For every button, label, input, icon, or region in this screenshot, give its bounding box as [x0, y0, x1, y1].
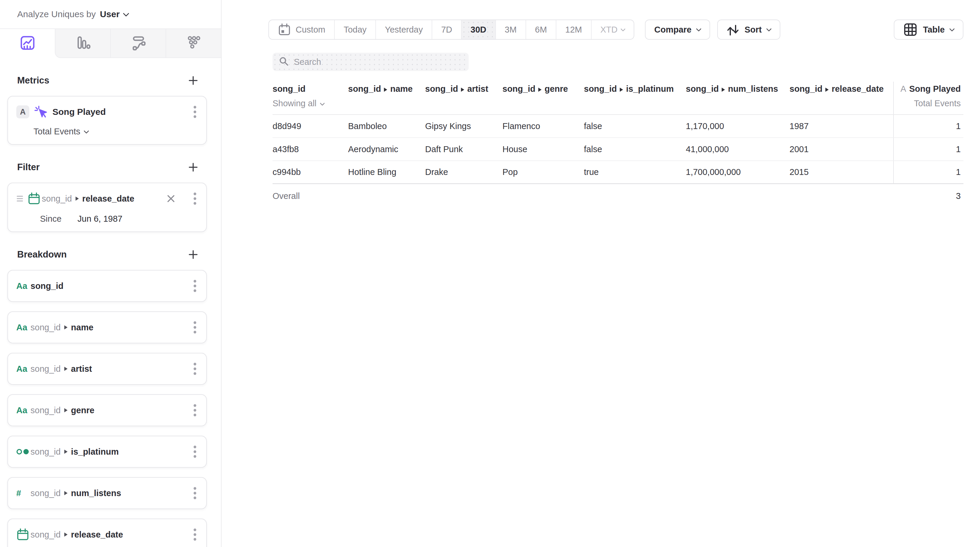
breakdown-item-release-date[interactable]: song_id release_date by Year — [7, 518, 207, 547]
column-header-name[interactable]: song_idname — [348, 82, 425, 114]
tab-flows[interactable] — [110, 29, 165, 58]
search-icon — [279, 57, 288, 67]
arrow-right-icon — [64, 533, 68, 537]
date-property-icon — [16, 528, 30, 541]
analyze-header: Analyze Uniques by User — [0, 0, 221, 29]
insights-report-app: Analyze Uniques by User Metrics — [0, 0, 980, 547]
tab-insights[interactable] — [0, 29, 55, 58]
sort-button[interactable]: Sort — [717, 19, 780, 40]
filter-card[interactable]: song_id release_date Since Jun 6, 1987 — [7, 182, 207, 232]
breakdown-kebab-menu[interactable] — [192, 361, 198, 376]
cell-is-platinum: false — [584, 115, 686, 137]
add-metric-button[interactable] — [187, 75, 199, 86]
arrow-right-icon — [64, 408, 68, 412]
chevron-down-icon — [949, 26, 955, 32]
calendar-icon — [278, 23, 291, 36]
remove-filter-button[interactable] — [167, 194, 175, 203]
cell-genre: Flamenco — [503, 115, 584, 137]
analyze-entity-dropdown[interactable]: User — [100, 9, 128, 19]
filter-value[interactable]: Jun 6, 1987 — [78, 214, 123, 224]
analyze-label: Analyze Uniques by — [17, 9, 96, 19]
column-header-artist[interactable]: song_idartist — [425, 82, 503, 114]
tab-bar-chart[interactable] — [55, 29, 110, 58]
text-property-icon: Aa — [16, 323, 30, 332]
date-range-xtd[interactable]: XTD — [591, 20, 634, 39]
cell-artist: Drake — [425, 161, 503, 183]
arrow-right-icon — [722, 87, 725, 92]
column-header-num-listens[interactable]: song_idnum_listens — [686, 82, 789, 114]
breakdown-item-name[interactable]: Aa song_id name — [7, 311, 207, 343]
filter-property-name: release_date — [82, 194, 135, 204]
date-range-yesterday[interactable]: Yesterday — [375, 20, 432, 39]
breakdown-kebab-menu[interactable] — [192, 527, 198, 542]
breakdown-kebab-menu[interactable] — [192, 485, 198, 501]
breakdown-item-artist[interactable]: Aa song_id artist — [7, 353, 207, 385]
sort-arrows-icon — [727, 23, 739, 36]
table-row: a43fb8 Aerodynamic Daft Punk House false… — [272, 138, 963, 161]
chevron-down-icon — [696, 26, 702, 32]
tab-funnels[interactable] — [165, 29, 221, 58]
breakdown-kebab-menu[interactable] — [192, 444, 198, 460]
compare-button[interactable]: Compare — [645, 19, 710, 40]
cell-name: Aerodynamic — [348, 138, 425, 160]
report-main: Custom Today Yesterday 7D 30D 3M 6M 12M … — [221, 0, 980, 547]
drag-handle-icon[interactable] — [16, 195, 24, 203]
filter-title: Filter — [17, 162, 40, 173]
column-header-release-date[interactable]: song_idrelease_date — [789, 82, 893, 114]
date-range-segmented-control: Custom Today Yesterday 7D 30D 3M 6M 12M … — [269, 19, 634, 40]
insights-chart-icon — [19, 35, 36, 52]
showing-all-dropdown[interactable]: Showing all — [272, 98, 348, 108]
cell-num-listens: 1,700,000,000 — [686, 161, 789, 183]
arrow-right-icon — [64, 450, 68, 454]
date-range-30d[interactable]: 30D — [461, 20, 495, 39]
view-selector-button[interactable]: Table — [894, 19, 963, 40]
breakdown-kebab-menu[interactable] — [192, 320, 198, 335]
aggregation-dropdown[interactable]: Total Events — [33, 127, 198, 136]
breakdown-item-is-platinum[interactable]: song_id is_platinum — [7, 436, 207, 468]
metric-card[interactable]: A Song Played Total Events — [7, 96, 207, 145]
metric-kebab-menu[interactable] — [192, 104, 198, 120]
column-header-metric[interactable]: ASong Played Total Events — [893, 82, 961, 114]
breakdown-item-song-id[interactable]: Aa song_id — [7, 270, 207, 302]
cell-artist: Gipsy Kings — [425, 115, 503, 137]
breakdown-kebab-menu[interactable] — [192, 278, 198, 293]
table-search-box[interactable] — [272, 53, 469, 71]
results-table: song_id Showing all song_idname song_ida… — [272, 82, 963, 208]
column-header-song-id[interactable]: song_id Showing all — [272, 82, 348, 114]
cell-release-date: 2015 — [789, 161, 893, 183]
date-range-today[interactable]: Today — [334, 20, 375, 39]
metrics-section-header: Metrics — [7, 75, 207, 86]
filter-kebab-menu[interactable] — [192, 191, 198, 206]
metric-letter-badge: A — [16, 105, 29, 118]
arrow-right-icon — [64, 325, 68, 330]
cell-song-id: d8d949 — [272, 115, 348, 137]
breakdown-item-num-listens[interactable]: # song_id num_listens — [7, 477, 207, 509]
add-breakdown-button[interactable] — [187, 249, 199, 260]
date-range-custom[interactable]: Custom — [269, 20, 334, 39]
funnel-dots-icon — [185, 34, 202, 52]
text-property-icon: Aa — [16, 281, 30, 291]
arrow-right-icon — [461, 87, 464, 92]
column-header-genre[interactable]: song_idgenre — [503, 82, 584, 114]
date-range-3m[interactable]: 3M — [495, 20, 525, 39]
date-range-6m[interactable]: 6M — [525, 20, 556, 39]
cell-song-id: a43fb8 — [272, 138, 348, 160]
add-filter-button[interactable] — [187, 161, 199, 173]
overall-value: 3 — [893, 191, 961, 201]
date-range-7d[interactable]: 7D — [432, 20, 461, 39]
chevron-down-icon — [320, 101, 325, 106]
visualization-tab-bar — [0, 29, 221, 58]
arrow-right-icon — [620, 87, 623, 92]
filter-operator-dropdown[interactable]: Since — [40, 214, 62, 224]
breakdown-item-genre[interactable]: Aa song_id genre — [7, 394, 207, 426]
overall-label: Overall — [272, 191, 893, 201]
search-input[interactable] — [293, 57, 462, 67]
filter-section-header: Filter — [7, 161, 207, 173]
chevron-down-icon — [620, 27, 625, 32]
cell-release-date: 1987 — [789, 115, 893, 137]
flow-icon — [130, 34, 146, 52]
column-header-is-platinum[interactable]: song_idis_platinum — [584, 82, 686, 114]
event-click-icon — [34, 105, 48, 119]
breakdown-kebab-menu[interactable] — [192, 403, 198, 418]
date-range-12m[interactable]: 12M — [556, 20, 591, 39]
